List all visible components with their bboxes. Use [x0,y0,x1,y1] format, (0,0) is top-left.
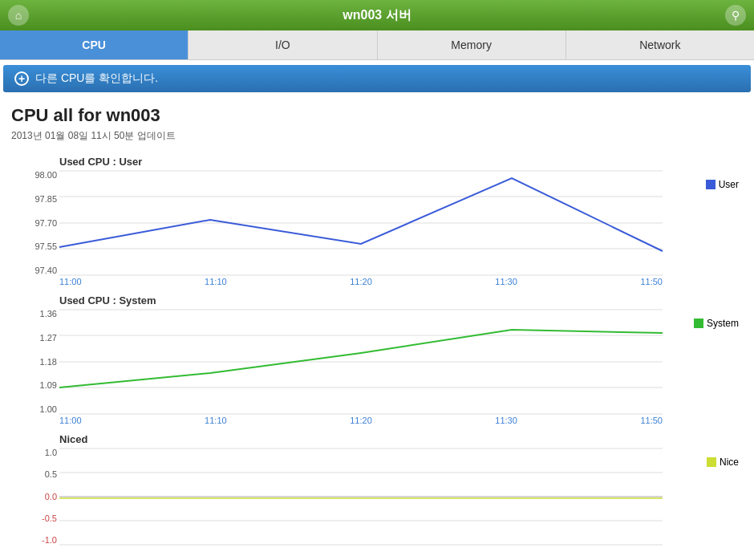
niced-title: Niced [59,433,743,445]
user-legend: User [706,179,739,190]
tab-memory[interactable]: Memory [378,30,566,59]
main-content: CPU all for wn003 2013년 01월 08일 11시 50분 … [0,97,754,560]
header-title: wn003 서버 [343,7,411,24]
user-cpu-svg [59,171,663,275]
update-time: 2013년 01월 08일 11시 50분 업데이트 [11,129,743,143]
tab-cpu[interactable]: CPU [0,30,188,59]
system-cpu-x-axis: 11:00 11:10 11:20 11:30 11:50 [59,416,663,425]
header: ⌂ wn003 서버 ⚲ [0,0,754,30]
cpu-selector-bar[interactable]: + 다른 CPU를 확인합니다. [3,65,751,92]
tab-io[interactable]: I/O [188,30,377,59]
search-icon[interactable]: ⚲ [725,5,746,26]
tab-network[interactable]: Network [566,30,754,59]
niced-svg [59,448,663,545]
system-legend-label: System [707,318,739,329]
niced-legend-box [707,457,716,467]
user-cpu-x-axis: 11:00 11:10 11:20 11:30 11:50 [59,277,663,286]
user-legend-label: User [719,179,739,190]
system-cpu-chart-section: Used CPU : System 1.36 1.27 1.18 1.09 1.… [11,294,743,425]
tabs-container: CPU I/O Memory Network [0,30,754,60]
system-cpu-title: Used CPU : System [59,294,743,306]
page-title: CPU all for wn003 [11,105,743,126]
niced-legend-label: Nice [720,457,739,468]
system-cpu-svg [59,310,663,414]
cpu-selector-label: 다른 CPU를 확인합니다. [35,71,158,86]
user-legend-box [706,180,715,189]
user-cpu-chart-section: Used CPU : User 98.00 97.85 97.70 97.55 … [11,156,743,286]
system-cpu-y-axis: 1.36 1.27 1.18 1.09 1.00 [13,310,57,414]
home-icon[interactable]: ⌂ [8,5,29,26]
niced-y-axis: 1.0 0.5 0.0 -0.5 -1.0 [13,448,57,545]
plus-icon: + [14,71,29,86]
system-legend-box [694,319,703,328]
niced-chart-section: Niced 1.0 0.5 0.0 -0.5 -1.0 Nic [11,433,743,545]
user-cpu-y-axis: 98.00 97.85 97.70 97.55 97.40 [13,171,57,275]
user-cpu-title: Used CPU : User [59,156,743,168]
system-legend: System [694,318,739,329]
niced-legend: Nice [707,457,739,468]
